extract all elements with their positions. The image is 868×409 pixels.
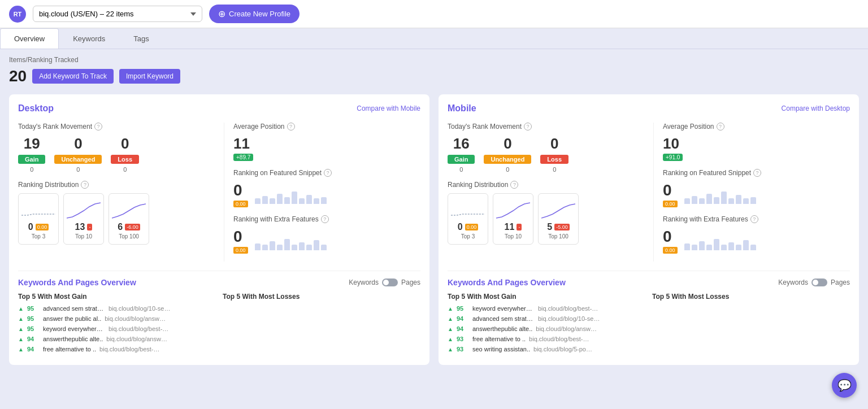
- list-item: ▲ 95 answer the public al.. biq.cloud/bl…: [18, 315, 216, 322]
- mobile-avg-position: Average Position ? 10 +91.0: [663, 123, 850, 161]
- dist-graph-top10: [67, 198, 101, 221]
- tracking-row: 20 Add Keyword To Track Import Keyword: [9, 67, 859, 85]
- mobile-dist-label: Ranking Distribution ?: [448, 181, 644, 189]
- desktop-dist-top3: 0 0.00 Top 3: [18, 193, 59, 245]
- profile-select[interactable]: biq.cloud (US/EN) – 22 items: [33, 6, 202, 22]
- desktop-kw-overview: Keywords And Pages Overview Keywords Pag…: [18, 271, 420, 356]
- mobile-dist-graph-top100: [541, 198, 575, 221]
- list-item: ▲ 95 keyword everywhere e.. biq.cloud/bl…: [18, 325, 216, 332]
- mobile-kw-overview: Keywords And Pages Overview Keywords Pag…: [448, 271, 850, 356]
- mobile-avg-help-icon[interactable]: ?: [717, 123, 724, 130]
- mobile-toggle-knob: [813, 280, 818, 285]
- desktop-extra-label: Ranking with Extra Features ?: [233, 215, 420, 223]
- arrow-icon: ▲: [448, 316, 453, 322]
- dist-graph-top3: [21, 198, 55, 221]
- desktop-dist-top10: 13 - Top 10: [63, 193, 104, 245]
- desktop-kw-cols: Top 5 With Most Gain ▲ 95 advanced sem s…: [18, 293, 420, 356]
- desktop-inner: Today's Rank Movement ? 19 Gain 0 0: [18, 123, 420, 262]
- featured-help-icon[interactable]: ?: [324, 169, 332, 177]
- mobile-featured-help-icon[interactable]: ?: [753, 169, 761, 177]
- desktop-extra-bars: [255, 228, 420, 250]
- arrow-icon: ▲: [18, 336, 24, 342]
- mobile-kw-toggle-switch[interactable]: [811, 279, 827, 286]
- desktop-top-loss-col: Top 5 With Most Losses: [223, 293, 420, 356]
- desktop-kw-toggle-switch[interactable]: [382, 279, 398, 286]
- desktop-right-stats: Average Position ? 11 +89.7 Ranking on F…: [224, 123, 420, 262]
- desktop-featured: Ranking on Featured Snippet ? 0 0.00: [233, 169, 420, 207]
- tab-tags[interactable]: Tags: [119, 28, 163, 49]
- arrow-icon: ▲: [18, 306, 24, 312]
- mobile-panel-header: Mobile Compare with Desktop: [448, 103, 850, 114]
- desktop-dist-cards: 0 0.00 Top 3: [18, 193, 215, 245]
- mobile-top-loss-title: Top 5 With Most Losses: [652, 293, 850, 301]
- header: RT biq.cloud (US/EN) – 22 items ⊕ Create…: [0, 0, 868, 28]
- tab-overview[interactable]: Overview: [0, 28, 59, 49]
- desktop-kw-toggle: Keywords Pages: [349, 279, 420, 286]
- desktop-panel: Desktop Compare with Mobile Today's Rank…: [9, 94, 429, 365]
- desktop-dist-top100: 6 -6.00 Top 100: [108, 193, 149, 245]
- mobile-top-gain-col: Top 5 With Most Gain ▲ 95 keyword everyw…: [448, 293, 645, 356]
- mobile-dist-top3: 0 0.00 Top 3: [448, 193, 488, 245]
- desktop-extra: Ranking with Extra Features ? 0 0.00: [233, 215, 420, 254]
- dist-help-icon[interactable]: ?: [81, 181, 89, 189]
- list-item: ▲ 95 advanced sem strateg.. biq.cloud/bl…: [18, 305, 216, 312]
- chat-button[interactable]: 💬: [832, 373, 857, 398]
- tab-keywords[interactable]: Keywords: [59, 28, 119, 49]
- tabs-bar: Overview Keywords Tags: [0, 28, 868, 49]
- mobile-extra: Ranking with Extra Features ? 0 0.00: [663, 215, 850, 254]
- mobile-right-stats: Average Position ? 10 +91.0 Ranking on F…: [653, 123, 850, 262]
- avg-help-icon[interactable]: ?: [287, 123, 295, 130]
- mobile-dist-top10: 11 - Top 10: [493, 193, 533, 245]
- mobile-kw-cols: Top 5 With Most Gain ▲ 95 keyword everyw…: [448, 293, 850, 356]
- mobile-avg-val: 10 +91.0: [663, 135, 850, 161]
- desktop-top-loss-title: Top 5 With Most Losses: [223, 293, 420, 301]
- mobile-left-stats: Today's Rank Movement ? 16 Gain 0 0: [448, 123, 644, 262]
- desktop-featured-bars: [255, 181, 420, 204]
- add-keyword-button[interactable]: Add Keyword To Track: [32, 69, 114, 84]
- mobile-rank-movement-items: 16 Gain 0 0 Unchanged 0 0 Lo: [448, 135, 644, 173]
- list-item: ▲ 95 keyword everywhere e.. biq.cloud/bl…: [448, 305, 645, 312]
- mobile-panel: Mobile Compare with Desktop Today's Rank…: [439, 94, 859, 365]
- mobile-extra-label: Ranking with Extra Features ?: [663, 215, 850, 223]
- desktop-featured-row: 0 0.00: [233, 181, 420, 207]
- mobile-dist-help-icon[interactable]: ?: [510, 181, 518, 189]
- rank-help-icon[interactable]: ?: [94, 123, 102, 130]
- mobile-extra-help-icon[interactable]: ?: [750, 215, 758, 223]
- arrow-icon: ▲: [448, 306, 453, 312]
- tracking-count: 20: [9, 67, 27, 85]
- mobile-dist: Ranking Distribution ?: [448, 181, 644, 245]
- desktop-avg-position: Average Position ? 11 +89.7: [233, 123, 420, 161]
- panels: Desktop Compare with Mobile Today's Rank…: [9, 94, 859, 365]
- mobile-dist-cards: 0 0.00 Top 3: [448, 193, 644, 245]
- arrow-icon: ▲: [18, 346, 24, 353]
- mobile-dist-top100: 5 -5.00 Top 100: [538, 193, 579, 245]
- compare-desktop-link[interactable]: Compare with Desktop: [782, 105, 850, 112]
- import-keyword-button[interactable]: Import Keyword: [119, 69, 180, 84]
- desktop-top-gain-title: Top 5 With Most Gain: [18, 293, 216, 301]
- desktop-rank-movement: Today's Rank Movement ? 19 Gain 0 0: [18, 123, 215, 173]
- compare-mobile-link[interactable]: Compare with Mobile: [357, 105, 420, 112]
- mobile-gain: 16 Gain 0: [448, 135, 475, 173]
- mobile-avg-label: Average Position ?: [663, 123, 850, 130]
- arrow-icon: ▲: [448, 336, 453, 342]
- mobile-dist-graph-top10: [496, 198, 530, 221]
- desktop-avg-label: Average Position ?: [233, 123, 420, 130]
- mobile-kw-header: Keywords And Pages Overview Keywords Pag…: [448, 278, 850, 287]
- arrow-icon: ▲: [448, 346, 453, 353]
- list-item: ▲ 94 answerthepublic alte.. biq.cloud/bl…: [448, 325, 645, 332]
- list-item: ▲ 94 answerthepublic alte.. biq.cloud/bl…: [18, 336, 216, 342]
- list-item: ▲ 93 free alternative to .. biq.cloud/bl…: [448, 336, 645, 342]
- mobile-rank-help-icon[interactable]: ?: [524, 123, 532, 130]
- create-profile-button[interactable]: ⊕ Create New Profile: [209, 5, 300, 23]
- main-content: Items/Ranking Tracked 20 Add Keyword To …: [0, 49, 868, 407]
- avatar: RT: [9, 6, 26, 23]
- extra-help-icon[interactable]: ?: [321, 215, 329, 223]
- mobile-featured-bars: [684, 181, 850, 204]
- desktop-panel-header: Desktop Compare with Mobile: [18, 103, 420, 114]
- mobile-rank-movement: Today's Rank Movement ? 16 Gain 0 0: [448, 123, 644, 173]
- arrow-icon: ▲: [18, 326, 24, 332]
- mobile-title: Mobile: [448, 103, 476, 114]
- plus-icon: ⊕: [218, 8, 225, 19]
- mobile-extra-bars: [684, 228, 850, 250]
- mobile-featured-row: 0 0.00: [663, 181, 850, 207]
